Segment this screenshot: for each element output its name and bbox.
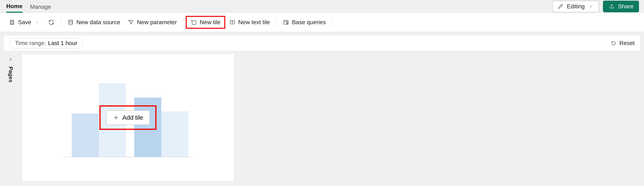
database-icon <box>67 19 74 26</box>
share-label: Share <box>618 3 634 10</box>
chevron-down-icon <box>34 19 40 26</box>
plus-icon <box>113 114 120 121</box>
time-range-key: Time range: <box>15 40 46 46</box>
query-icon <box>282 19 289 26</box>
svg-point-0 <box>68 20 72 21</box>
new-data-source-label: New data source <box>76 19 120 26</box>
content-area: Time range: Last 1 hour Reset Pages <box>0 32 644 184</box>
tab-home[interactable]: Home <box>6 0 22 13</box>
editing-mode-button[interactable]: Editing <box>552 1 600 12</box>
top-tab-row: Home Manage Editing Share <box>0 0 644 13</box>
new-data-source-button[interactable]: New data source <box>64 17 124 28</box>
editing-mode-label: Editing <box>567 3 585 10</box>
save-button[interactable]: Save <box>5 17 44 28</box>
svg-point-4 <box>286 22 288 24</box>
filter-bar: Time range: Last 1 hour Reset <box>3 35 641 51</box>
pencil-icon <box>557 3 564 10</box>
add-tile-button[interactable]: Add tile <box>106 110 150 125</box>
add-tile-label: Add tile <box>122 114 143 121</box>
separator <box>332 18 332 27</box>
save-icon <box>9 19 16 26</box>
filter-icon <box>128 19 134 26</box>
base-queries-label: Base queries <box>292 19 326 26</box>
time-range-value: Last 1 hour <box>48 40 77 46</box>
new-text-tile-button[interactable]: New text tile <box>225 17 274 28</box>
refresh-icon <box>48 19 54 26</box>
reset-button[interactable]: Reset <box>610 40 634 46</box>
separator <box>183 18 183 27</box>
text-tile-icon <box>229 19 236 26</box>
undo-icon <box>610 40 617 46</box>
main-toolbar: Save New data source New parameter New t… <box>0 13 644 32</box>
chart-bar <box>161 111 188 157</box>
tab-manage[interactable]: Manage <box>30 1 51 12</box>
new-text-tile-label: New text tile <box>238 19 270 26</box>
new-parameter-button[interactable]: New parameter <box>124 17 180 28</box>
refresh-button[interactable] <box>44 17 58 28</box>
base-queries-button[interactable]: Base queries <box>279 17 330 28</box>
separator <box>61 18 61 27</box>
reset-label: Reset <box>620 40 634 46</box>
chevron-down-icon <box>588 3 594 10</box>
add-tile-highlight: Add tile <box>100 105 156 130</box>
pages-label: Pages <box>8 66 14 82</box>
empty-tile-card: Add tile <box>22 54 234 181</box>
chart-baseline <box>63 157 192 157</box>
pages-panel-toggle[interactable]: Pages <box>3 54 18 181</box>
tile-icon <box>190 19 197 26</box>
new-parameter-label: New parameter <box>137 19 177 26</box>
time-range-pill[interactable]: Time range: Last 1 hour <box>10 38 83 48</box>
new-tile-label: New tile <box>200 19 220 26</box>
new-tile-button[interactable]: New tile <box>186 16 225 29</box>
share-button[interactable]: Share <box>603 1 639 12</box>
chevron-right-icon <box>7 56 14 63</box>
svg-rect-1 <box>192 21 196 24</box>
canvas-row: Pages Add tile <box>3 54 641 181</box>
share-icon <box>608 3 615 10</box>
save-label: Save <box>18 19 31 26</box>
chart-bar <box>72 114 99 157</box>
